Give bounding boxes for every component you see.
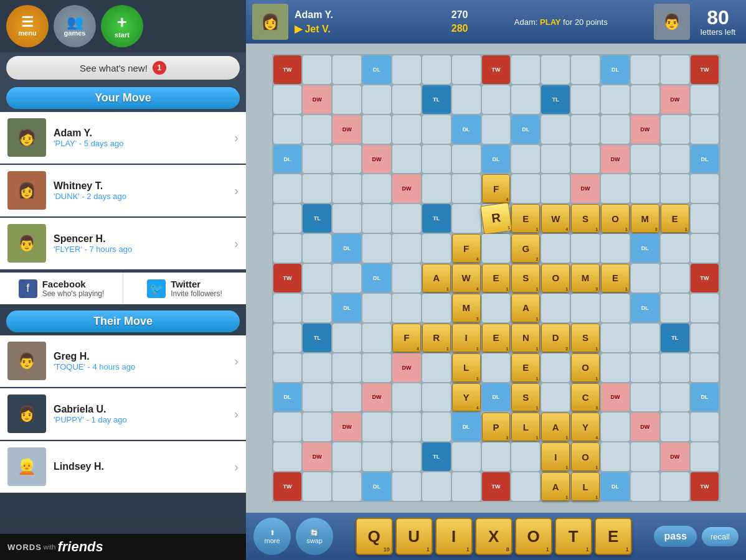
board-cell[interactable] [691,324,719,352]
board-cell[interactable] [571,234,600,263]
board-cell[interactable]: W4 [541,204,570,233]
board-cell[interactable] [482,115,511,144]
board-cell[interactable] [273,174,302,203]
board-cell[interactable]: TW [482,472,511,501]
board-cell[interactable]: TW [273,472,302,501]
board-cell[interactable] [273,294,302,322]
board-cell[interactable]: S1 [571,204,600,233]
board-cell[interactable] [422,413,451,441]
board-cell[interactable] [392,442,421,471]
board-cell[interactable]: M3 [452,294,481,322]
board-cell[interactable] [273,115,302,144]
list-item[interactable]: 🧑 Adam Y. 'PLAY' - 5 days ago › [0,112,246,164]
rack-tile-u[interactable]: U1 [395,518,433,555]
board-cell[interactable] [303,145,331,174]
board-cell[interactable] [511,472,540,501]
board-cell[interactable]: E1 [601,264,630,292]
board-cell[interactable]: N1 [511,324,540,352]
board-cell[interactable]: S1 [571,324,600,352]
board-cell[interactable] [661,294,689,322]
board-cell[interactable] [422,174,451,203]
board-cell[interactable]: S1 [511,264,540,292]
board-cell[interactable]: Y4 [571,413,600,441]
board-cell[interactable]: DL [362,55,391,84]
board-cell[interactable]: C3 [571,383,600,412]
twitter-button[interactable]: 🐦 Twitter Invite followers! [123,273,246,304]
board-cell[interactable]: DW [333,413,361,441]
board-cell[interactable]: DL [482,383,511,412]
rack-tile-i[interactable]: I1 [435,518,473,555]
board-cell[interactable]: DW [601,383,630,412]
board-cell[interactable] [631,174,659,203]
rack-tile-o[interactable]: O1 [515,518,552,555]
board-cell[interactable] [422,383,451,412]
board-cell[interactable] [392,383,421,412]
board-cell[interactable]: TW [482,55,511,84]
board-cell[interactable] [631,353,659,382]
board-cell[interactable] [541,55,570,84]
board-cell[interactable]: DL [362,264,391,292]
board-cell[interactable] [601,85,630,114]
menu-button[interactable]: ☰ menu [6,5,49,47]
board-cell[interactable]: DW [392,174,421,203]
board-cell[interactable] [661,55,689,84]
board-cell[interactable] [422,472,451,501]
board-cell[interactable]: DW [661,85,689,114]
board-cell[interactable] [392,115,421,144]
board-cell[interactable]: TL [661,324,689,352]
board-cell[interactable] [362,353,391,382]
board-cell[interactable]: A1 [511,294,540,322]
board-cell[interactable]: DW [362,383,391,412]
board-cell[interactable] [601,324,630,352]
board-cell[interactable]: E1 [661,204,689,233]
board-cell[interactable]: DW [333,115,361,144]
board-cell[interactable] [422,294,451,322]
board-cell[interactable] [333,264,361,292]
board-cell[interactable]: D2 [541,324,570,352]
board-cell[interactable]: E1 [511,353,540,382]
board-cell[interactable] [661,145,689,174]
board-cell[interactable]: DL [631,234,659,263]
board-cell[interactable]: DW [392,353,421,382]
board-cell[interactable]: DW [362,145,391,174]
board-cell[interactable]: DL [273,145,302,174]
board-cell[interactable] [303,472,331,501]
list-item[interactable]: 👩 Gabriela U. 'PUPPY' - 1 day ago › [0,388,246,440]
board-cell[interactable] [362,413,391,441]
board-cell[interactable]: TW [691,55,719,84]
board-cell[interactable]: I1 [541,442,570,471]
list-item[interactable]: 👨 Greg H. 'TOQUE' - 4 hours ago › [0,335,246,387]
board-cell[interactable]: R1 [422,324,451,352]
whats-new-button[interactable]: See what's new! 1 [6,56,240,80]
board-cell[interactable]: TL [422,204,451,233]
board-cell[interactable] [541,294,570,322]
board-cell[interactable] [601,115,630,144]
board-cell[interactable] [452,472,481,501]
board-cell[interactable]: TL [422,85,451,114]
rack-tile-q[interactable]: Q10 [356,518,393,555]
board-cell[interactable]: DL [452,115,481,144]
board-cell[interactable] [601,234,630,263]
board-cell[interactable] [661,234,689,263]
board-cell[interactable] [362,115,391,144]
board-cell[interactable] [362,174,391,203]
board-cell[interactable]: O1 [541,264,570,292]
board-cell[interactable] [482,294,511,322]
board-cell[interactable]: I1 [452,324,481,352]
list-item[interactable]: 👨 Spencer H. 'FLYER' - 7 hours ago › [0,218,246,269]
board-cell[interactable] [452,55,481,84]
board-cell[interactable]: W4 [452,264,481,292]
board-cell[interactable]: DL [691,383,719,412]
board-cell[interactable]: A1 [541,472,570,501]
board-cell[interactable] [392,294,421,322]
board-cell[interactable] [631,264,659,292]
board-cell[interactable] [273,442,302,471]
board-cell[interactable]: L1 [452,353,481,382]
board-cell[interactable]: DL [333,234,361,263]
board-cell[interactable] [691,85,719,114]
board-cell[interactable] [541,353,570,382]
board-cell[interactable] [333,55,361,84]
board-cell[interactable] [333,353,361,382]
board-cell[interactable]: F4 [482,174,511,203]
board-cell[interactable]: L1 [511,413,540,441]
